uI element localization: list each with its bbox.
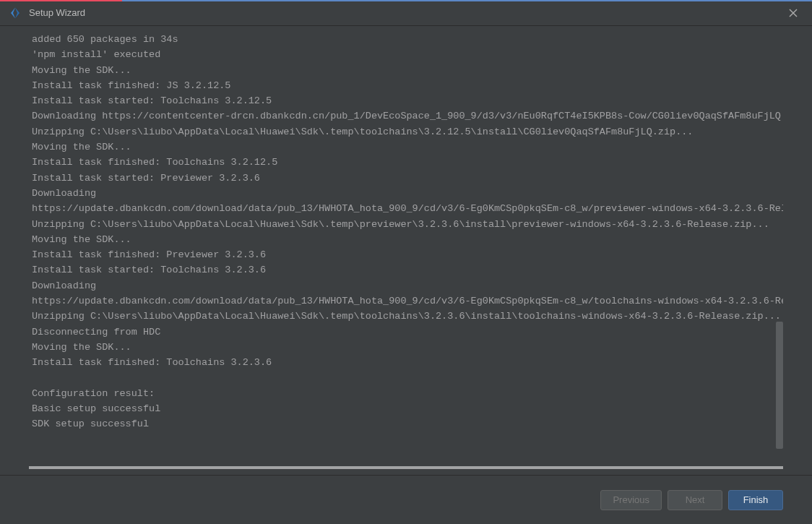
next-button[interactable]: Next [668,490,722,510]
log-container: added 650 packages in 34s 'npm install' … [29,32,783,458]
titlebar: Setup Wizard [0,0,812,26]
titlebar-color-edge [0,0,812,1]
previous-button[interactable]: Previous [600,490,662,510]
progress-bar [29,466,783,469]
close-icon [789,9,798,17]
app-icon [9,7,22,20]
window-title: Setup Wizard [29,7,85,18]
close-button[interactable] [783,3,803,23]
log-text: added 650 packages in 34s 'npm install' … [29,32,783,432]
vertical-scrollbar[interactable] [776,32,783,458]
footer: Previous Next Finish [0,475,812,524]
vertical-scrollbar-thumb[interactable] [776,322,783,450]
log-panel[interactable]: added 650 packages in 34s 'npm install' … [29,32,783,458]
content-area: added 650 packages in 34s 'npm install' … [0,26,812,475]
finish-button[interactable]: Finish [728,490,783,510]
